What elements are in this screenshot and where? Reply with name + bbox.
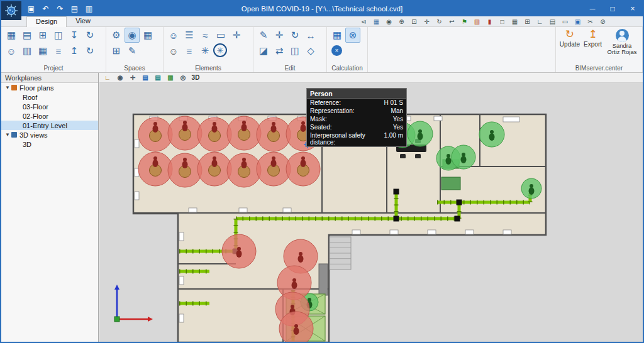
3d-view-icon[interactable]: 3D (190, 74, 201, 82)
drawing-area[interactable]: Person Reference:H 01 SRepresentation:Ma… (99, 83, 643, 342)
save-button[interactable]: ▣ (25, 3, 37, 15)
export-button[interactable]: ↥ Export (584, 29, 602, 48)
settings-gear-icon[interactable]: ⚙ (109, 28, 124, 43)
zoom-previous-icon[interactable]: ⊲ (358, 17, 370, 26)
text-box-icon[interactable]: ▭ (559, 17, 571, 26)
edit-space-icon[interactable]: ✎ (125, 43, 140, 58)
close-button[interactable]: × (623, 1, 643, 16)
drawing-blue-icon[interactable]: ▤ (140, 74, 151, 82)
duplicate-floor-icon[interactable]: ◫ (51, 28, 66, 43)
hand-icon[interactable]: ✛ (229, 28, 244, 43)
measure-h-icon[interactable]: ↔ (303, 28, 318, 43)
tab-design[interactable]: Design (26, 16, 67, 27)
ventilation-icon[interactable]: ✳ (197, 43, 213, 58)
partition-icon[interactable]: ▥ (19, 43, 35, 58)
tab-view[interactable]: View (67, 16, 99, 27)
tooltip-label: Interpersonal safety distance: (310, 132, 379, 146)
previous-view-icon[interactable]: ↩ (446, 17, 458, 26)
pan-hand-icon[interactable]: ✛ (127, 74, 138, 82)
seated-person-icon[interactable]: ☺ (166, 43, 181, 58)
view-toolbar: ⊲▦◉⊕⊡✛↻↩⚑▥▮□▦⊞∟▤▭▣✂⊘ (358, 17, 609, 27)
tree-item-01-entry-level[interactable]: 01-Entry Level (1, 121, 98, 130)
drawing-teal-icon[interactable]: ▤ (152, 74, 164, 82)
measure-icon[interactable]: ◉ (383, 17, 395, 26)
furniture-icon[interactable]: ▭ (213, 28, 228, 43)
undo-button[interactable]: ↶ (40, 3, 52, 15)
snap-icon[interactable]: ⊞ (521, 17, 533, 26)
flag-icon[interactable]: ⚑ (458, 17, 470, 26)
people-group-icon[interactable]: ☰ (182, 28, 197, 43)
check-calculation-icon[interactable]: ⊗ (345, 28, 360, 43)
sheet-green-icon[interactable]: ▥ (165, 74, 176, 82)
tooltip-value: Yes (393, 116, 403, 122)
show-spaces-icon[interactable]: ◉ (125, 28, 140, 43)
tree-group-floor-plans[interactable]: ▼Floor plans (1, 83, 98, 92)
capture-button[interactable]: ▥ (83, 3, 95, 15)
tile-windows-icon[interactable]: ▥ (471, 17, 483, 26)
move-icon[interactable]: ✛ (272, 28, 287, 43)
edit-group-label: Edit (256, 64, 324, 72)
quick-access-toolbar: ▣↶↷▤▥ (25, 1, 95, 16)
cut-icon[interactable]: ✂ (584, 17, 596, 26)
tree-label: 02-Floor (23, 112, 48, 120)
tree-item-roof[interactable]: Roof (1, 92, 98, 102)
frame-icon[interactable]: □ (496, 17, 508, 26)
user-name: Sandra Ortiz Rojas (606, 43, 638, 55)
column-icon[interactable]: ▮ (484, 17, 496, 26)
new-space-icon[interactable]: ⊞ (109, 43, 124, 58)
tooltip-label: Seated: (310, 124, 331, 131)
results-table-icon[interactable]: ▦ (330, 28, 345, 43)
guides-icon[interactable]: ▤ (547, 17, 558, 26)
queue-icon[interactable]: ≡ (182, 43, 197, 58)
calculator-icon[interactable]: ▦ (370, 17, 382, 26)
export-plan-icon[interactable]: ↥ (67, 43, 82, 58)
occupants-icon[interactable]: ☺ (4, 43, 19, 58)
update-label: Update (560, 41, 580, 48)
building-icon[interactable]: ▦ (4, 28, 19, 43)
eraser-icon[interactable]: ◪ (256, 43, 271, 58)
fan-circled-icon[interactable]: ✳ (213, 43, 227, 57)
titlebar[interactable]: ▣↶↷▤▥ Open BIM COVID-19 - [Y:\...\Techni… (1, 1, 643, 16)
ucs-icon[interactable]: ∟ (102, 74, 113, 82)
tree-item-02-floor[interactable]: 02-Floor (1, 111, 98, 121)
ortho-icon[interactable]: ∟ (534, 17, 546, 26)
beams-icon[interactable]: ≡ (51, 43, 66, 58)
ribbon-group-spaces: ⚙◉▦⊞✎Spaces (106, 27, 164, 72)
refresh-icon[interactable]: ↻ (82, 43, 97, 58)
cube-3d-icon[interactable]: ◇ (303, 43, 318, 58)
hide-icon[interactable]: ◎ (177, 74, 189, 82)
redo-button[interactable]: ↷ (54, 3, 66, 15)
app-logo-icon[interactable] (1, 1, 21, 20)
rotate-icon[interactable]: ↻ (287, 28, 303, 43)
tooltip-row: Seated:Yes (307, 123, 406, 131)
path-icon[interactable]: ≈ (197, 28, 213, 43)
tree-item-03-floor[interactable]: 03-Floor (1, 102, 98, 111)
orbit-icon[interactable]: ↻ (433, 17, 445, 26)
cancel-calculation-icon[interactable]: × (331, 45, 342, 56)
floor-plan-icon[interactable]: ▤ (19, 28, 35, 43)
zoom-window-icon[interactable]: ⊡ (408, 17, 420, 26)
import-plans-icon[interactable]: ↧ (67, 28, 82, 43)
grid-icon[interactable]: ▦ (509, 17, 521, 26)
tree-group-3d-views[interactable]: ▼3D views (1, 130, 98, 139)
add-floor-icon[interactable]: ⊞ (35, 28, 50, 43)
tree-item-3d[interactable]: 3D (1, 139, 98, 149)
maximize-button[interactable]: □ (602, 1, 623, 16)
visibility-icon[interactable]: ◉ (114, 74, 126, 82)
person-icon[interactable]: ☺ (166, 28, 181, 43)
update-button[interactable]: ↻ Update (560, 29, 580, 48)
space-visibility-icon[interactable]: ▦ (140, 28, 155, 43)
mirror-icon[interactable]: ⇄ (272, 43, 287, 58)
column-grid-icon[interactable]: ▦ (35, 43, 50, 58)
erase-icon[interactable]: ⊘ (597, 17, 609, 26)
zoom-icon[interactable]: ⊕ (396, 17, 408, 26)
notes-icon[interactable]: ▣ (572, 17, 584, 26)
update-plans-icon[interactable]: ↻ (82, 28, 97, 43)
minimize-button[interactable]: ─ (582, 1, 602, 16)
copy-view-button[interactable]: ▤ (69, 3, 80, 15)
pan-icon[interactable]: ✛ (421, 17, 433, 26)
workplanes-tree: ▼Floor plansRoof03-Floor02-Floor01-Entry… (1, 83, 98, 149)
copy-icon[interactable]: ◫ (287, 43, 303, 58)
pencil-icon[interactable]: ✎ (256, 28, 271, 43)
user-account-button[interactable]: Sandra Ortiz Rojas (606, 29, 638, 55)
